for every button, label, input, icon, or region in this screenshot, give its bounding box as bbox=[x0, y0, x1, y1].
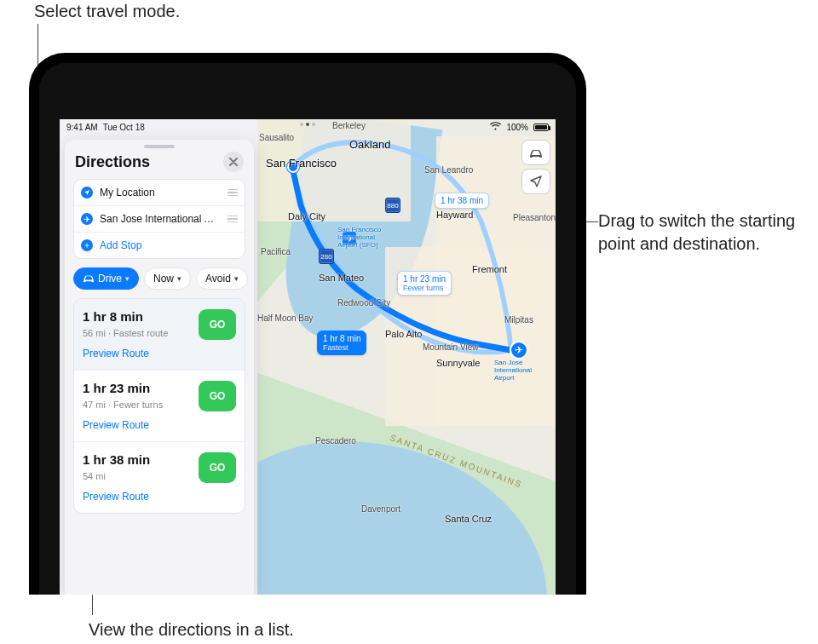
city-label: Fremont bbox=[472, 264, 507, 274]
travel-mode-label: Drive bbox=[98, 273, 122, 285]
stop-from-label: My Location bbox=[100, 187, 221, 198]
avoid-button[interactable]: Avoid ▾ bbox=[196, 267, 248, 290]
city-label: Pleasanton bbox=[513, 213, 556, 222]
callout-view-list: View the directions in a list. bbox=[89, 618, 294, 641]
reorder-handle-icon[interactable] bbox=[228, 216, 238, 223]
map-canvas[interactable]: ✈ ✈ 280 680 880 1 hr 8 min Fastest 1 hr … bbox=[257, 119, 556, 595]
preview-route-link[interactable]: Preview Route bbox=[83, 491, 192, 503]
ipad-frame: 9:41 AM Tue Oct 18 100% bbox=[29, 53, 586, 595]
airport-label-sjc: San Jose International Airport bbox=[494, 359, 532, 382]
chevron-down-icon: ▾ bbox=[177, 274, 181, 283]
route-card[interactable]: 1 hr 23 min 47 mi · Fewer turns GO Previ… bbox=[74, 370, 245, 441]
city-label: Milpitas bbox=[504, 315, 533, 325]
status-time: 9:41 AM bbox=[66, 123, 98, 132]
airport-label-sfo: San Francisco International Airport (SFO… bbox=[337, 227, 381, 249]
close-button[interactable] bbox=[223, 152, 244, 172]
city-label: Davenport bbox=[361, 504, 400, 514]
route-card[interactable]: 1 hr 8 min 56 mi · Fastest route GO Prev… bbox=[74, 299, 245, 370]
city-label: San Francisco bbox=[266, 157, 337, 170]
map-mode-button[interactable] bbox=[521, 140, 550, 165]
depart-label: Now bbox=[153, 273, 174, 285]
city-label: San Leandro bbox=[424, 165, 473, 175]
add-stop-row[interactable]: ＋ Add Stop bbox=[74, 232, 245, 258]
route-meta: 54 mi bbox=[83, 471, 192, 483]
wifi-icon bbox=[490, 122, 501, 132]
route-card[interactable]: 1 hr 38 min 54 mi GO Preview Route bbox=[74, 441, 245, 513]
locate-button[interactable] bbox=[521, 169, 550, 194]
status-bar: 9:41 AM Tue Oct 18 100% bbox=[60, 119, 556, 135]
route-pill-primary[interactable]: 1 hr 8 min Fastest bbox=[317, 331, 366, 355]
route-pill-time: 1 hr 38 min bbox=[441, 196, 483, 205]
travel-mode-button[interactable]: Drive ▾ bbox=[73, 267, 139, 290]
car-icon bbox=[83, 273, 95, 285]
city-label: Mountain View bbox=[423, 342, 478, 352]
plus-icon: ＋ bbox=[81, 239, 93, 251]
city-label: Oakland bbox=[349, 138, 390, 151]
panel-title: Directions bbox=[75, 153, 150, 171]
go-button[interactable]: GO bbox=[199, 452, 236, 483]
airplane-icon: ✈ bbox=[81, 213, 93, 225]
battery-icon bbox=[533, 124, 549, 131]
city-label: Pescadero bbox=[315, 436, 356, 446]
chevron-down-icon: ▾ bbox=[125, 274, 130, 283]
destination-pin[interactable]: ✈ bbox=[510, 341, 528, 359]
city-label: Half Moon Bay bbox=[257, 313, 314, 323]
route-pill-alt[interactable]: 1 hr 23 min Fewer turns bbox=[397, 271, 452, 296]
route-time: 1 hr 38 min bbox=[83, 452, 192, 469]
city-label: Pacifica bbox=[261, 247, 291, 256]
callout-travel-mode: Select travel mode. bbox=[34, 0, 180, 23]
routes-list: 1 hr 8 min 56 mi · Fastest route GO Prev… bbox=[73, 298, 245, 514]
stop-from-row[interactable]: My Location bbox=[74, 180, 245, 205]
city-label: Palo Alto bbox=[385, 329, 422, 339]
city-label: Sunnyvale bbox=[436, 358, 480, 368]
callout-drag-switch: Drag to switch the starting point and de… bbox=[598, 210, 803, 256]
city-label: Hayward bbox=[436, 210, 473, 220]
avoid-label: Avoid bbox=[205, 273, 231, 285]
screen: 9:41 AM Tue Oct 18 100% bbox=[60, 119, 556, 595]
route-meta: 47 mi · Fewer turns bbox=[83, 400, 192, 411]
water-ocean bbox=[257, 441, 547, 595]
preview-route-link[interactable]: Preview Route bbox=[83, 348, 192, 359]
route-time: 1 hr 23 min bbox=[83, 381, 192, 397]
mode-row: Drive ▾ Now ▾ Avoid ▾ bbox=[65, 259, 254, 295]
route-pill-sub: Fastest bbox=[323, 343, 360, 352]
hwy-shield-880: 880 bbox=[385, 198, 400, 213]
directions-panel: Directions My Location ✈ bbox=[65, 140, 254, 595]
battery-pct: 100% bbox=[506, 123, 528, 132]
go-button[interactable]: GO bbox=[199, 381, 236, 411]
route-pill-time: 1 hr 23 min bbox=[403, 274, 446, 284]
location-icon bbox=[81, 187, 93, 198]
city-label: Santa Cruz bbox=[445, 514, 492, 524]
hwy-shield-280: 280 bbox=[319, 249, 334, 264]
route-pill-sub: Fewer turns bbox=[403, 284, 446, 292]
go-button[interactable]: GO bbox=[199, 309, 236, 340]
route-pill-time: 1 hr 8 min bbox=[323, 334, 360, 343]
route-meta: 56 mi · Fastest route bbox=[83, 328, 192, 340]
panel-grabber[interactable] bbox=[144, 145, 175, 148]
city-label: Daly City bbox=[288, 211, 325, 221]
status-date: Tue Oct 18 bbox=[103, 123, 145, 132]
chevron-down-icon: ▾ bbox=[234, 274, 239, 283]
city-label: Redwood City bbox=[337, 298, 390, 308]
map-controls bbox=[521, 140, 550, 194]
stop-to-row[interactable]: ✈ San Jose International A… bbox=[74, 205, 245, 232]
stops-list: My Location ✈ San Jose International A… … bbox=[73, 179, 245, 259]
preview-route-link[interactable]: Preview Route bbox=[83, 419, 192, 431]
depart-time-button[interactable]: Now ▾ bbox=[144, 267, 191, 290]
city-label: San Mateo bbox=[319, 273, 364, 283]
add-stop-label: Add Stop bbox=[100, 239, 238, 251]
reorder-handle-icon[interactable] bbox=[228, 189, 238, 197]
route-time: 1 hr 8 min bbox=[83, 309, 192, 325]
route-pill-alt[interactable]: 1 hr 38 min bbox=[435, 193, 489, 209]
stop-to-label: San Jose International A… bbox=[100, 213, 221, 225]
